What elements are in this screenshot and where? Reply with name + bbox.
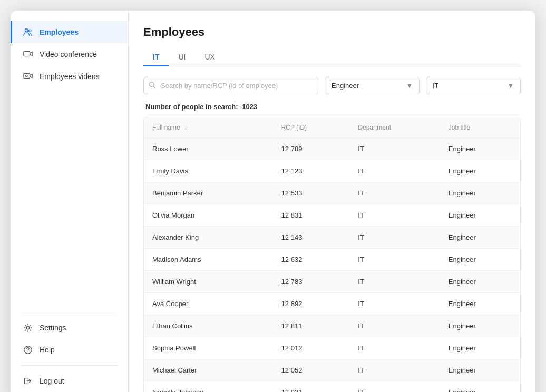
- cell-department: IT: [349, 138, 440, 160]
- sidebar-item-help[interactable]: Help: [11, 339, 128, 361]
- col-fullname[interactable]: Full name ↓: [144, 117, 273, 138]
- cell-fullname: Michael Carter: [144, 359, 273, 381]
- sidebar-item-video-conference-label: Video conference: [40, 50, 97, 58]
- cell-jobtitle: Engineer: [440, 204, 520, 227]
- search-icon: [149, 81, 156, 90]
- col-jobtitle[interactable]: Job title: [440, 117, 520, 138]
- cell-jobtitle: Engineer: [440, 249, 520, 271]
- app-window: Employees Video conference: [11, 11, 535, 392]
- table-row[interactable]: Sophia Powell12 012ITEngineer: [144, 337, 520, 359]
- sidebar-item-employees[interactable]: Employees: [11, 21, 128, 43]
- table-row[interactable]: Ava Cooper12 892ITEngineer: [144, 293, 520, 315]
- count-row: Number of people in search: 1023: [143, 103, 521, 111]
- count-label: Number of people in search:: [145, 103, 238, 111]
- cell-jobtitle: Engineer: [440, 227, 520, 249]
- sidebar-top: Employees Video conference: [11, 21, 128, 308]
- department-filter-dropdown[interactable]: Engineer ▼: [325, 77, 420, 94]
- sidebar-item-help-label: Help: [40, 346, 55, 354]
- cell-jobtitle: Engineer: [440, 271, 520, 293]
- cell-department: IT: [349, 315, 440, 337]
- sort-arrow-fullname: ↓: [184, 124, 187, 131]
- svg-point-1: [28, 30, 31, 32]
- cell-department: IT: [349, 160, 440, 182]
- sidebar: Employees Video conference: [11, 11, 129, 392]
- sidebar-item-employees-videos[interactable]: Employees videos: [11, 65, 128, 87]
- sidebar-item-settings[interactable]: Settings: [11, 317, 128, 339]
- cell-fullname: Sophia Powell: [144, 337, 273, 359]
- cell-fullname: Isabella Johnson: [144, 381, 273, 393]
- table-row[interactable]: Emily Davis12 123ITEngineer: [144, 160, 520, 182]
- sidebar-bottom: Settings Help: [11, 308, 128, 392]
- cell-department: IT: [349, 381, 440, 393]
- table-row[interactable]: Alexander King12 143ITEngineer: [144, 227, 520, 249]
- logout-icon: [23, 376, 33, 386]
- department-filter-chevron-icon: ▼: [406, 82, 413, 90]
- cell-department: IT: [349, 359, 440, 381]
- cell-department: IT: [349, 337, 440, 359]
- cell-rcp: 12 921: [273, 381, 350, 393]
- tab-ux[interactable]: UX: [195, 48, 224, 66]
- table-row[interactable]: William Wright12 783ITEngineer: [144, 271, 520, 293]
- table-row[interactable]: Madison Adams12 632ITEngineer: [144, 249, 520, 271]
- cell-jobtitle: Engineer: [440, 359, 520, 381]
- tab-it[interactable]: IT: [143, 48, 169, 66]
- employees-videos-icon: [23, 71, 33, 82]
- cell-rcp: 12 892: [273, 293, 350, 315]
- cell-rcp: 12 052: [273, 359, 350, 381]
- cell-jobtitle: Engineer: [440, 315, 520, 337]
- svg-point-7: [27, 351, 28, 352]
- video-conference-icon: [23, 49, 33, 60]
- cell-rcp: 12 533: [273, 182, 350, 204]
- page-title: Employees: [143, 25, 521, 39]
- employees-table: Full name ↓ RCP (ID) Department Job titl…: [144, 117, 520, 392]
- col-rcp[interactable]: RCP (ID): [273, 117, 350, 138]
- sidebar-item-settings-label: Settings: [40, 324, 66, 332]
- cell-jobtitle: Engineer: [440, 337, 520, 359]
- cell-fullname: William Wright: [144, 271, 273, 293]
- tab-ui[interactable]: UI: [169, 48, 195, 66]
- col-department[interactable]: Department: [349, 117, 440, 138]
- main-content: Employees IT UI UX Engineer ▼: [129, 11, 535, 392]
- sidebar-item-employees-label: Employees: [40, 28, 79, 36]
- cell-rcp: 12 789: [273, 138, 350, 160]
- table-row[interactable]: Ross Lower12 789ITEngineer: [144, 138, 520, 160]
- table-row[interactable]: Olivia Morgan12 831ITEngineer: [144, 204, 520, 227]
- sidebar-divider-1: [21, 312, 118, 312]
- location-filter-dropdown[interactable]: IT ▼: [426, 77, 521, 94]
- table-row[interactable]: Ethan Collins12 811ITEngineer: [144, 315, 520, 337]
- table-row[interactable]: Michael Carter12 052ITEngineer: [144, 359, 520, 381]
- cell-jobtitle: Engineer: [440, 182, 520, 204]
- cell-department: IT: [349, 293, 440, 315]
- table-row[interactable]: Benjamin Parker12 533ITEngineer: [144, 182, 520, 204]
- cell-jobtitle: Engineer: [440, 381, 520, 393]
- location-filter-chevron-icon: ▼: [508, 82, 514, 90]
- department-filter-value: Engineer: [331, 82, 359, 90]
- help-icon: [23, 345, 33, 355]
- search-wrapper: [143, 77, 318, 94]
- cell-rcp: 12 783: [273, 271, 350, 293]
- cell-fullname: Alexander King: [144, 227, 273, 249]
- svg-rect-3: [24, 74, 30, 79]
- svg-point-0: [25, 29, 28, 32]
- cell-department: IT: [349, 204, 440, 227]
- cell-rcp: 12 811: [273, 315, 350, 337]
- sidebar-divider-2: [21, 365, 118, 366]
- cell-jobtitle: Engineer: [440, 138, 520, 160]
- settings-icon: [23, 322, 33, 333]
- cell-department: IT: [349, 271, 440, 293]
- search-input[interactable]: [143, 77, 318, 94]
- sidebar-item-logout-label: Log out: [40, 377, 64, 385]
- table-header: Full name ↓ RCP (ID) Department Job titl…: [144, 117, 520, 138]
- cell-rcp: 12 632: [273, 249, 350, 271]
- cell-department: IT: [349, 249, 440, 271]
- table-row[interactable]: Isabella Johnson12 921ITEngineer: [144, 381, 520, 393]
- cell-rcp: 12 012: [273, 337, 350, 359]
- table-body: Ross Lower12 789ITEngineerEmily Davis12 …: [144, 138, 520, 393]
- count-value: 1023: [242, 103, 257, 111]
- cell-jobtitle: Engineer: [440, 293, 520, 315]
- cell-fullname: Ross Lower: [144, 138, 273, 160]
- cell-department: IT: [349, 227, 440, 249]
- sidebar-item-logout[interactable]: Log out: [11, 370, 128, 392]
- tabs: IT UI UX: [143, 48, 521, 66]
- sidebar-item-video-conference[interactable]: Video conference: [11, 43, 128, 65]
